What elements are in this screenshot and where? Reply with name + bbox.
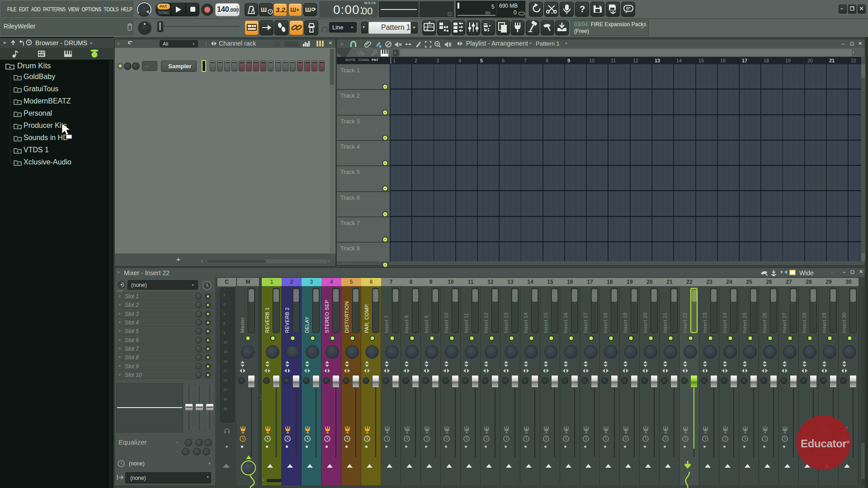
svg-text:?: ?: [580, 4, 585, 14]
